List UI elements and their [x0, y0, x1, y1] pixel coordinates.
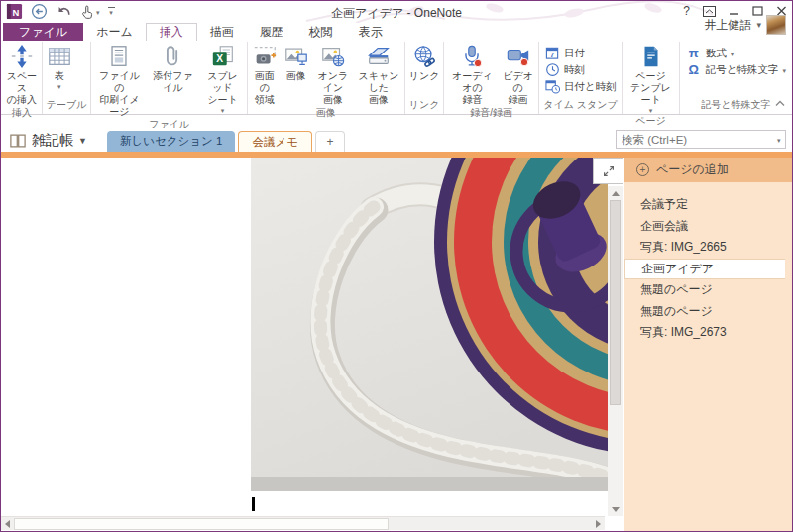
- scanned-image-button[interactable]: スキャンした 画像: [354, 42, 403, 106]
- time-button[interactable]: 時刻: [542, 61, 620, 78]
- group-label: タイム スタンプ: [540, 98, 622, 114]
- chevron-down-icon: ▾: [731, 51, 735, 57]
- scroll-up-button[interactable]: [608, 186, 623, 200]
- onenote-window: N ▾ ▾ 企画アイデア - OneNote ?: [0, 0, 793, 532]
- tab-view[interactable]: 表示: [346, 23, 396, 41]
- file-printout-button[interactable]: ファイルの 印刷イメージ: [92, 42, 146, 118]
- group-label: 挿入: [3, 106, 41, 122]
- attach-file-button[interactable]: 添付ファイル: [146, 42, 199, 94]
- record-audio-button[interactable]: オーディオの 録音: [445, 42, 499, 106]
- pictures-button[interactable]: 画像: [281, 42, 312, 82]
- notebook-selector[interactable]: 雑記帳 ▼: [9, 132, 87, 150]
- pi-icon: π: [686, 47, 702, 59]
- undo-button[interactable]: [56, 4, 71, 20]
- page-templates-button[interactable]: ページ テンプレート ▾: [623, 42, 677, 114]
- group-label: 画像: [249, 106, 403, 122]
- user-avatar: [766, 15, 786, 35]
- microphone-icon: [459, 44, 485, 69]
- page-item-photo-img2665[interactable]: 写真: IMG_2665: [624, 237, 792, 259]
- tab-review[interactable]: 校閲: [296, 23, 346, 41]
- group-pages: ページ テンプレート ▾ ページ: [623, 42, 679, 114]
- spinning-top-photo[interactable]: [251, 158, 608, 491]
- chevron-down-icon: ▾: [782, 67, 786, 74]
- group-files: ファイルの 印刷イメージ 添付ファイル X スプレッド シート ▾ ファイル: [91, 42, 247, 114]
- full-page-view-button[interactable]: [593, 158, 623, 184]
- button-label: リンク: [409, 70, 440, 82]
- group-link: リンク リンク: [405, 42, 445, 114]
- section-tab-meeting-notes[interactable]: 会議メモ: [238, 131, 312, 152]
- screen-clipping-icon: [252, 44, 278, 69]
- quick-access-toolbar: N ▾ ▾: [6, 3, 115, 20]
- omega-icon: Ω: [686, 63, 702, 76]
- tab-history[interactable]: 履歴: [247, 23, 296, 41]
- tab-draw[interactable]: 描画: [197, 23, 247, 41]
- button-label: オーディオの 録音: [448, 70, 496, 106]
- back-button[interactable]: [31, 3, 48, 20]
- search-scope-dropdown-icon[interactable]: ▾: [777, 137, 781, 144]
- insert-space-icon: [9, 44, 35, 69]
- online-pictures-button[interactable]: オンライン 画像: [312, 42, 354, 106]
- notebook-icon: [9, 133, 27, 149]
- tab-insert[interactable]: 挿入: [146, 23, 197, 41]
- scroll-right-button[interactable]: [592, 517, 605, 530]
- page-item-photo-img2673[interactable]: 写真: IMG_2673: [624, 322, 792, 344]
- vertical-scroll-thumb[interactable]: [610, 200, 621, 405]
- tab-home[interactable]: ホーム: [83, 23, 146, 41]
- svg-text:X: X: [216, 53, 223, 64]
- screen-clipping-button[interactable]: 画面の 領域: [249, 42, 281, 106]
- ribbon-insert: スペース の挿入 挿入 表 ▾ テーブル ファイルの 印刷イメージ: [1, 41, 792, 115]
- section-tab-new-section-1[interactable]: 新しいセクション 1: [107, 131, 235, 152]
- spreadsheet-button[interactable]: X スプレッド シート ▾: [199, 42, 245, 114]
- add-page-button[interactable]: + ページの追加: [624, 158, 792, 182]
- link-button[interactable]: リンク: [406, 42, 443, 82]
- chevron-down-icon: ▾: [57, 83, 61, 90]
- vertical-scroll-track[interactable]: [608, 200, 623, 502]
- record-video-button[interactable]: ビデオの 録画: [499, 42, 536, 106]
- ribbon-tab-bar: ファイル ホーム 挿入 描画 履歴 校閲 表示: [1, 23, 792, 41]
- button-label: 画面の 領域: [252, 70, 278, 106]
- page-item-planning-meeting[interactable]: 企画会議: [624, 216, 792, 238]
- new-section-button[interactable]: +: [315, 131, 345, 152]
- customize-qat-button[interactable]: ▾: [108, 7, 115, 16]
- scanner-icon: [366, 44, 392, 69]
- button-label: オンライン 画像: [315, 70, 351, 106]
- collapse-ribbon-button[interactable]: [775, 93, 785, 111]
- help-button[interactable]: ?: [683, 4, 690, 18]
- button-label: 時刻: [564, 63, 585, 77]
- clock-icon: [545, 62, 560, 77]
- date-and-time-button[interactable]: 日付と時刻: [542, 78, 620, 95]
- group-label: テーブル: [44, 98, 90, 114]
- touch-mouse-mode-button[interactable]: ▾: [79, 4, 100, 20]
- insert-space-button[interactable]: スペース の挿入: [3, 42, 41, 106]
- vertical-scrollbar[interactable]: [608, 186, 623, 516]
- page-item-untitled-1[interactable]: 無題のページ: [624, 279, 792, 301]
- excel-spreadsheet-icon: X: [210, 44, 236, 69]
- add-page-label: ページの追加: [656, 161, 729, 178]
- horizontal-scroll-thumb[interactable]: [14, 518, 389, 530]
- page-item-untitled-2[interactable]: 無題のページ: [624, 301, 792, 323]
- button-label: スプレッド シート: [202, 70, 242, 106]
- tab-file[interactable]: ファイル: [3, 23, 83, 41]
- text-cursor: [252, 497, 255, 511]
- horizontal-scrollbar[interactable]: [1, 516, 605, 530]
- expand-icon: [602, 164, 616, 178]
- search-box[interactable]: ▾: [616, 130, 786, 149]
- page-item-planning-idea-selected[interactable]: 企画アイデア: [624, 259, 785, 280]
- page-canvas[interactable]: [1, 158, 624, 531]
- symbol-button[interactable]: Ω 記号と特殊文字 ▾: [683, 61, 789, 78]
- page-item-meeting-schedule[interactable]: 会議予定: [624, 194, 792, 216]
- search-input[interactable]: [622, 134, 774, 146]
- page-list: 会議予定 企画会議 写真: IMG_2665 企画アイデア 無題のページ 無題の…: [624, 182, 792, 344]
- equation-button[interactable]: π 数式 ▾: [683, 45, 789, 61]
- title-bar: N ▾ ▾ 企画アイデア - OneNote ?: [1, 1, 792, 23]
- date-button[interactable]: 7 日付: [542, 45, 620, 61]
- link-globe-icon: [411, 44, 437, 69]
- table-button[interactable]: 表 ▾: [44, 42, 75, 90]
- scroll-left-button[interactable]: [1, 517, 14, 530]
- pictures-icon: [283, 44, 309, 69]
- group-recording: オーディオの 録音 ビデオの 録画 録音/録画: [444, 42, 538, 114]
- chevron-down-icon: ▾: [756, 20, 761, 30]
- button-label: 数式: [706, 47, 727, 60]
- scroll-down-button[interactable]: [608, 502, 623, 516]
- account-menu[interactable]: 井上健語 ▾: [704, 15, 786, 35]
